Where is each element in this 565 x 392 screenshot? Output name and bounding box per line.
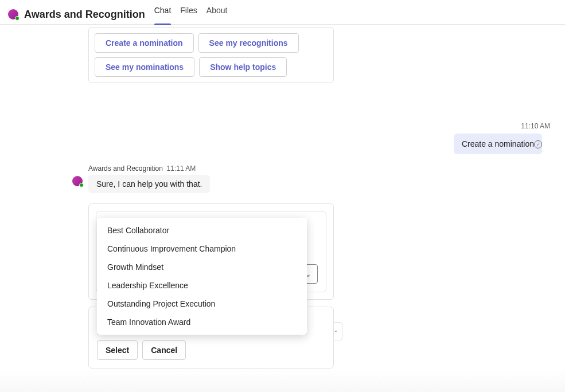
see-nominations-button[interactable]: See my nominations bbox=[95, 57, 194, 77]
app-avatar-icon bbox=[8, 9, 18, 19]
bot-reply-time: 11:11 AM bbox=[167, 164, 196, 173]
dropdown-option[interactable]: Team Innovation Award bbox=[97, 313, 307, 331]
dropdown-option[interactable]: Leadership Excellence bbox=[97, 276, 307, 295]
presence-dot-icon bbox=[79, 183, 84, 187]
tab-files[interactable]: Files bbox=[180, 6, 197, 25]
user-message-bubble: Create a nomination bbox=[454, 134, 542, 154]
dropdown-option[interactable]: Outstanding Project Execution bbox=[97, 295, 307, 313]
bot-sender-name: Awards and Recognition bbox=[88, 164, 163, 173]
quick-actions-card: Create a nomination See my recognitions … bbox=[88, 27, 334, 83]
user-message-row: 11:10 AM Create a nomination ✓ bbox=[15, 122, 550, 154]
cancel-button[interactable]: Cancel bbox=[142, 340, 186, 360]
tab-about[interactable]: About bbox=[206, 6, 228, 25]
dropdown-option[interactable]: Growth Mindset bbox=[97, 258, 307, 276]
dropdown-option[interactable]: Best Collaborator bbox=[97, 221, 307, 240]
sent-check-icon: ✓ bbox=[534, 140, 542, 148]
select-button[interactable]: Select bbox=[97, 340, 138, 360]
fade-overlay bbox=[0, 369, 565, 392]
dropdown-option[interactable]: Continuous Improvement Champion bbox=[97, 240, 307, 258]
see-recognitions-button[interactable]: See my recognitions bbox=[198, 33, 299, 53]
presence-dot-icon bbox=[15, 16, 20, 21]
tab-chat[interactable]: Chat bbox=[154, 6, 172, 25]
bot-reply-bubble: Sure, I can help you with that. bbox=[88, 175, 210, 193]
user-message-time: 11:10 AM bbox=[15, 122, 550, 130]
show-help-button[interactable]: Show help topics bbox=[199, 57, 287, 77]
award-select-card: Best Collaborator Continuous Improvement… bbox=[88, 307, 334, 369]
award-dropdown-panel: Best Collaborator Continuous Improvement… bbox=[97, 218, 307, 335]
app-title: Awards and Recognition bbox=[24, 9, 145, 21]
bot-reply-row: Awards and Recognition 11:11 AM Sure, I … bbox=[15, 164, 550, 369]
create-nomination-button[interactable]: Create a nomination bbox=[95, 33, 194, 53]
header-tabs: Chat Files About bbox=[154, 5, 228, 24]
bot-avatar-icon bbox=[72, 176, 83, 186]
app-header: Awards and Recognition Chat Files About bbox=[0, 0, 565, 25]
chat-area: Create a nomination See my recognitions … bbox=[0, 25, 565, 392]
